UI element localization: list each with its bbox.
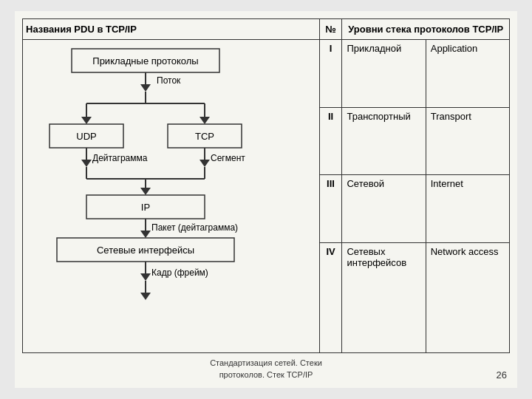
svg-text:Кадр (фрейм): Кадр (фрейм): [151, 267, 208, 278]
header-col3: Уровни стека протоколов TCP/IP: [342, 19, 510, 40]
svg-marker-16: [81, 160, 92, 167]
footer-text-line1: Стандартизация сетей. Стеки: [47, 358, 485, 369]
footer: Стандартизация сетей. Стеки протоколов. …: [22, 353, 510, 381]
num-III: III: [319, 175, 342, 243]
level-I: Прикладной: [342, 40, 426, 108]
diagram-svg: Прикладные протоколы Поток: [27, 43, 264, 338]
svg-marker-3: [140, 84, 151, 92]
num-II: II: [319, 107, 342, 175]
footer-center: Стандартизация сетей. Стеки протоколов. …: [47, 358, 485, 381]
svg-marker-34: [140, 273, 151, 281]
svg-text:TCP: TCP: [195, 131, 214, 142]
table-row: Прикладные протоколы Поток: [23, 40, 510, 108]
level-IV: Сетевых интерфейсов: [342, 243, 426, 353]
svg-text:Дейтаграмма: Дейтаграмма: [92, 153, 148, 163]
level-II: Транспортный: [342, 107, 426, 175]
svg-text:Сегмент: Сегмент: [211, 153, 245, 163]
svg-marker-25: [140, 188, 151, 195]
svg-text:Сетевые интерфейсы: Сетевые интерфейсы: [97, 245, 194, 256]
eng-III: Internet: [426, 175, 509, 243]
svg-marker-37: [140, 293, 151, 300]
slide: Названия PDU в TCP/IP № Уровни стека про…: [15, 11, 517, 388]
eng-IV: Network access: [426, 243, 509, 353]
num-IV: IV: [319, 243, 342, 353]
svg-marker-18: [200, 160, 210, 167]
svg-text:Прикладные протоколы: Прикладные протоколы: [92, 55, 198, 66]
header-col2: №: [319, 19, 342, 40]
header-col1: Названия PDU в TCP/IP: [23, 19, 320, 40]
level-III: Сетевой: [342, 175, 426, 243]
num-I: I: [319, 40, 342, 108]
eng-II: Transport: [426, 107, 509, 175]
footer-text-line2: протоколов. Стек TCP/IP: [47, 369, 485, 381]
svg-marker-29: [140, 231, 151, 238]
svg-marker-8: [81, 117, 92, 124]
eng-I: Application: [426, 40, 509, 108]
svg-text:UDP: UDP: [76, 131, 96, 142]
main-table: Названия PDU в TCP/IP № Уровни стека про…: [22, 18, 510, 353]
svg-text:Поток: Поток: [157, 75, 181, 86]
svg-text:IP: IP: [141, 202, 150, 213]
svg-text:Пакет (дейтаграмма): Пакет (дейтаграмма): [151, 222, 238, 233]
diagram-cell: Прикладные протоколы Поток: [23, 40, 320, 353]
footer-page: 26: [485, 369, 507, 381]
svg-marker-10: [200, 117, 210, 124]
